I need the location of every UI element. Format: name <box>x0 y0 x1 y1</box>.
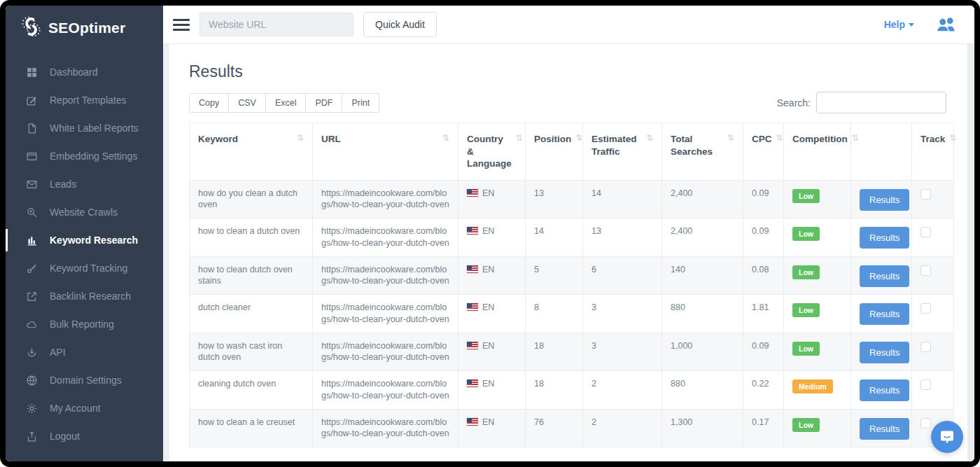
excel-button[interactable]: Excel <box>266 93 307 113</box>
column-header-total-searches[interactable]: Total Searches⇅ <box>662 123 743 181</box>
track-checkbox[interactable] <box>920 303 931 314</box>
sidebar-item-dashboard[interactable]: Dashboard <box>6 58 163 86</box>
us-flag-icon <box>467 342 478 349</box>
sidebar-item-report-templates[interactable]: Report Templates <box>6 86 163 114</box>
position-cell: 5 <box>526 256 583 295</box>
sort-icon: ⇅ <box>575 133 582 146</box>
competition-badge: Low <box>792 265 820 279</box>
traffic-cell: 13 <box>583 218 662 257</box>
table-header-row: Keyword⇅ URL⇅ Country & Language⇅ Positi… <box>190 123 954 181</box>
column-header-position[interactable]: Position⇅ <box>526 123 583 181</box>
sidebar-item-bulk-reporting[interactable]: Bulk Reporting <box>6 310 163 338</box>
keyword-cell: how to clean a le creuset <box>190 409 313 447</box>
results-table: Keyword⇅ URL⇅ Country & Language⇅ Positi… <box>189 123 954 447</box>
sidebar-item-label: Bulk Reporting <box>50 319 114 330</box>
results-button[interactable]: Results <box>860 342 909 363</box>
traffic-cell: 14 <box>583 180 662 218</box>
track-cell <box>912 295 954 333</box>
website-url-input[interactable] <box>200 13 354 36</box>
main-area: Quick Audit Help Results <box>163 6 974 461</box>
csv-button[interactable]: CSV <box>229 93 266 113</box>
sidebar-item-website-crawls[interactable]: Website Crawls <box>6 198 163 226</box>
track-checkbox[interactable] <box>920 379 931 390</box>
sidebar-item-my-account[interactable]: My Account <box>6 394 163 422</box>
sidebar-item-leads[interactable]: Leads <box>6 170 163 198</box>
url-cell: https://madeincookware.com/blogs/how-to-… <box>313 409 458 447</box>
vertical-scrollbar[interactable] <box>967 44 974 461</box>
url-cell: https://madeincookware.com/blogs/how-to-… <box>313 371 458 410</box>
position-cell: 18 <box>526 333 583 371</box>
results-button[interactable]: Results <box>860 303 909 325</box>
sidebar-item-label: Keyword Research <box>50 235 138 246</box>
results-button[interactable]: Results <box>860 418 909 440</box>
results-button[interactable]: Results <box>860 265 909 287</box>
searches-cell: 880 <box>662 371 743 410</box>
results-button[interactable]: Results <box>860 379 909 401</box>
results-button[interactable]: Results <box>860 227 909 249</box>
sidebar-item-label: Logout <box>50 431 80 442</box>
sidebar-item-white-label-reports[interactable]: White Label Reports <box>6 114 163 142</box>
sidebar-item-label: Domain Settings <box>50 375 122 386</box>
sort-icon: ⇅ <box>297 133 304 146</box>
cpc-cell: 0.17 <box>743 409 784 447</box>
column-header-url[interactable]: URL⇅ <box>313 123 458 181</box>
column-header-competition[interactable]: Competition⇅ <box>784 123 851 181</box>
bar-chart-icon <box>26 235 38 246</box>
hamburger-menu-icon[interactable] <box>173 18 190 32</box>
track-checkbox[interactable] <box>920 189 931 200</box>
search-input[interactable] <box>816 92 946 113</box>
competition-badge: Medium <box>792 379 833 393</box>
sidebar-item-api[interactable]: API <box>6 338 163 366</box>
sort-icon: ⇅ <box>516 133 523 170</box>
competition-cell: Low <box>784 295 851 333</box>
copy-button[interactable]: Copy <box>189 93 229 113</box>
sidebar-item-keyword-research[interactable]: Keyword Research <box>6 226 163 254</box>
print-button[interactable]: Print <box>342 93 379 113</box>
pdf-button[interactable]: PDF <box>306 93 342 113</box>
help-label: Help <box>884 19 905 30</box>
users-icon[interactable] <box>935 17 958 32</box>
sort-icon: ⇅ <box>949 133 956 146</box>
external-link-icon <box>26 291 38 302</box>
page-title: Results <box>189 62 946 81</box>
column-header-estimated-traffic[interactable]: Estimated Traffic⇅ <box>583 123 662 181</box>
sidebar-nav: Dashboard Report Templates White Label R… <box>6 58 163 450</box>
table-toolbar: Copy CSV Excel PDF Print Search: <box>189 92 946 113</box>
actions-cell: Results <box>851 371 912 410</box>
track-checkbox[interactable] <box>920 265 931 276</box>
column-header-keyword[interactable]: Keyword⇅ <box>190 123 313 181</box>
sidebar-item-label: Backlink Research <box>50 291 131 302</box>
track-checkbox[interactable] <box>920 342 931 352</box>
actions-cell: Results <box>851 333 912 371</box>
keyword-cell: how to clean a dutch oven <box>190 218 313 257</box>
seoptimer-gear-icon <box>21 16 42 40</box>
us-flag-icon <box>467 265 478 273</box>
sidebar-item-keyword-tracking[interactable]: Keyword Tracking <box>6 254 163 282</box>
table-row: how to clean a dutch oven https://madein… <box>190 218 954 257</box>
sidebar-item-label: Embedding Settings <box>50 151 137 162</box>
track-cell <box>912 371 954 410</box>
searches-cell: 1,300 <box>662 409 743 447</box>
results-button[interactable]: Results <box>860 189 909 211</box>
column-header-cpc[interactable]: CPC⇅ <box>743 123 784 181</box>
column-header-track[interactable]: Track⇅ <box>912 123 954 181</box>
envelope-icon <box>26 179 38 190</box>
track-cell <box>912 256 954 295</box>
help-dropdown[interactable]: Help <box>884 19 914 30</box>
quick-audit-button[interactable]: Quick Audit <box>363 12 437 37</box>
track-checkbox[interactable] <box>920 418 931 428</box>
chat-widget-button[interactable] <box>931 421 963 453</box>
sidebar-item-label: Keyword Tracking <box>50 263 127 274</box>
traffic-cell: 2 <box>583 409 662 447</box>
cpc-cell: 0.09 <box>743 180 784 218</box>
track-checkbox[interactable] <box>920 227 931 237</box>
sidebar-item-embedding-settings[interactable]: Embedding Settings <box>6 142 163 170</box>
sidebar-item-backlink-research[interactable]: Backlink Research <box>6 282 163 310</box>
sidebar-item-logout[interactable]: Logout <box>6 422 163 450</box>
table-row: how to clean dutch oven stains https://m… <box>190 256 954 295</box>
competition-cell: Low <box>784 333 851 371</box>
brand-logo[interactable]: SEOptimer <box>6 6 163 50</box>
column-header-country-language[interactable]: Country & Language⇅ <box>458 123 526 181</box>
competition-badge: Low <box>792 303 820 317</box>
sidebar-item-domain-settings[interactable]: Domain Settings <box>6 366 163 394</box>
